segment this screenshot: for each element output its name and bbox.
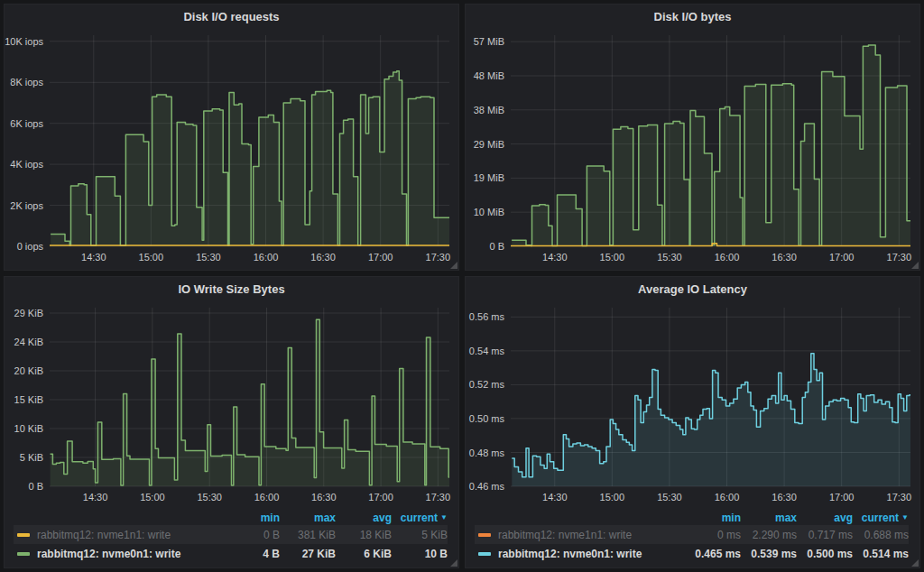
y-axis-label: 19 MiB bbox=[474, 172, 504, 183]
series-color-swatch[interactable] bbox=[17, 552, 30, 556]
x-axis-label: 17:00 bbox=[829, 492, 855, 503]
series-label[interactable]: rabbitmq12: nvme1n1: write bbox=[37, 529, 224, 541]
x-axis-label: 14:30 bbox=[81, 252, 106, 263]
legend-value-max: 0.539 ms bbox=[741, 548, 797, 560]
y-axis-label: 4K iops bbox=[10, 159, 43, 170]
x-axis-label: 17:00 bbox=[368, 492, 393, 503]
legend-sort-avg[interactable]: avg bbox=[797, 512, 853, 524]
panel-disk-io-requests: Disk I/O requests 14:3015:0015:3016:0016… bbox=[4, 4, 459, 271]
x-axis-label: 16:00 bbox=[715, 252, 740, 263]
x-axis-label: 15:30 bbox=[657, 492, 682, 503]
legend-value-current: 10 B bbox=[392, 548, 448, 560]
legend-row-rabbitmq12-nvme1n1-write[interactable]: rabbitmq12: nvme1n1: write0 B381 KiB18 K… bbox=[14, 525, 448, 544]
x-axis-label: 17:30 bbox=[426, 252, 451, 263]
legend-header-label: avg bbox=[373, 512, 392, 524]
legend-header-label: min bbox=[261, 512, 280, 524]
panel-title-disk-io-bytes[interactable]: Disk I/O bytes bbox=[466, 5, 919, 28]
legend-header-label: current bbox=[401, 512, 438, 524]
panel-title-average-io-latency[interactable]: Average IO Latency bbox=[466, 277, 919, 300]
legend-sort-max[interactable]: max bbox=[280, 512, 336, 524]
legend-row-rabbitmq12-nvme0n1-write[interactable]: rabbitmq12: nvme0n1: write0.465 ms0.539 … bbox=[475, 544, 909, 563]
legend-value-min: 0 B bbox=[224, 529, 280, 541]
x-axis-label: 15:30 bbox=[657, 252, 682, 263]
legend-sort-min[interactable]: min bbox=[685, 512, 741, 524]
x-axis-label: 17:30 bbox=[887, 252, 912, 263]
panel-disk-io-bytes: Disk I/O bytes 14:3015:0015:3016:0016:30… bbox=[465, 4, 920, 271]
x-axis-label: 14:30 bbox=[542, 252, 568, 263]
legend-sort-current[interactable]: current▼ bbox=[392, 512, 448, 524]
chart-canvas-average-io-latency[interactable]: 14:3015:0015:3016:0016:3017:0017:300.46 … bbox=[466, 300, 919, 508]
y-axis-label: 38 MiB bbox=[474, 105, 504, 115]
legend-row-rabbitmq12-nvme0n1-write[interactable]: rabbitmq12: nvme0n1: write4 B27 KiB6 KiB… bbox=[14, 544, 448, 563]
dashboard-grid: Disk I/O requests 14:3015:0015:3016:0016… bbox=[0, 0, 924, 572]
y-axis-label: 48 MiB bbox=[474, 70, 504, 81]
series-color-swatch[interactable] bbox=[478, 533, 491, 537]
legend-value-current: 5 KiB bbox=[392, 529, 448, 541]
legend-row-rabbitmq12-nvme1n1-write[interactable]: rabbitmq12: nvme1n1: write0 ms2.290 ms0.… bbox=[475, 525, 909, 544]
legend-sort-avg[interactable]: avg bbox=[336, 512, 392, 524]
legend-sort-max[interactable]: max bbox=[741, 512, 797, 524]
legend-table: minmaxavgcurrent▼rabbitmq12: nvme1n1: wr… bbox=[466, 508, 919, 566]
legend-sort-current[interactable]: current▼ bbox=[853, 512, 909, 524]
y-axis-label: 24 KiB bbox=[14, 337, 43, 347]
x-axis-label: 16:30 bbox=[310, 252, 336, 263]
legend-value-current: 0.688 ms bbox=[853, 529, 909, 541]
sort-desc-caret-icon: ▼ bbox=[440, 513, 448, 521]
x-axis-label: 16:30 bbox=[772, 492, 797, 503]
chart-canvas-disk-io-requests[interactable]: 14:3015:0015:3016:0016:3017:0017:300 iop… bbox=[5, 28, 458, 270]
y-axis-label: 0.46 ms bbox=[469, 481, 505, 492]
y-axis-label: 0.56 ms bbox=[469, 311, 505, 322]
y-axis-label: 8K iops bbox=[10, 77, 43, 88]
x-axis-label: 16:00 bbox=[254, 492, 280, 503]
y-axis-label: 5 KiB bbox=[20, 452, 43, 463]
series-label[interactable]: rabbitmq12: nvme1n1: write bbox=[498, 529, 685, 541]
y-axis-label: 0.48 ms bbox=[469, 447, 505, 458]
panel-io-write-size-bytes: IO Write Size Bytes 14:3015:0015:3016:00… bbox=[4, 276, 459, 568]
legend-header: minmaxavgcurrent▼ bbox=[475, 510, 909, 525]
panel-title-io-write-size-bytes[interactable]: IO Write Size Bytes bbox=[5, 277, 458, 300]
legend-header-label: max bbox=[775, 512, 797, 524]
series-label[interactable]: rabbitmq12: nvme0n1: write bbox=[37, 548, 224, 560]
series-color-swatch[interactable] bbox=[478, 552, 491, 556]
series-label[interactable]: rabbitmq12: nvme0n1: write bbox=[498, 548, 685, 560]
series-color-swatch[interactable] bbox=[17, 533, 30, 537]
y-axis-label: 10 KiB bbox=[14, 423, 43, 434]
legend-header-label: max bbox=[314, 512, 336, 524]
y-axis-label: 2K iops bbox=[10, 200, 43, 211]
legend-value-min: 4 B bbox=[224, 548, 280, 560]
legend-table: minmaxavgcurrent▼rabbitmq12: nvme1n1: wr… bbox=[5, 508, 458, 566]
legend-value-avg: 0.500 ms bbox=[797, 548, 853, 560]
y-axis-label: 10 MiB bbox=[474, 207, 504, 217]
legend-value-avg: 18 KiB bbox=[336, 529, 392, 541]
y-axis-label: 0.54 ms bbox=[469, 346, 505, 356]
panel-resize-handle[interactable] bbox=[450, 559, 457, 567]
x-axis-label: 16:30 bbox=[772, 252, 797, 263]
x-axis-label: 17:30 bbox=[426, 492, 451, 503]
chart-canvas-disk-io-bytes[interactable]: 14:3015:0015:3016:0016:3017:0017:300 B10… bbox=[466, 28, 919, 270]
x-axis-label: 14:30 bbox=[83, 492, 108, 503]
y-axis-label: 0 B bbox=[28, 481, 43, 492]
legend-value-max: 2.290 ms bbox=[741, 529, 797, 541]
panel-resize-handle[interactable] bbox=[911, 559, 919, 567]
legend-value-avg: 6 KiB bbox=[336, 548, 392, 560]
x-axis-label: 15:30 bbox=[197, 492, 222, 503]
x-axis-label: 15:30 bbox=[196, 252, 221, 263]
y-axis-label: 29 MiB bbox=[474, 139, 504, 150]
legend-sort-min[interactable]: min bbox=[224, 512, 280, 524]
y-axis-label: 29 KiB bbox=[14, 308, 43, 318]
legend-header-label: avg bbox=[834, 512, 853, 524]
legend-value-min: 0.465 ms bbox=[685, 548, 741, 560]
y-axis-label: 0 iops bbox=[17, 241, 44, 252]
panel-title-disk-io-requests[interactable]: Disk I/O requests bbox=[5, 5, 458, 28]
y-axis-label: 0.52 ms bbox=[469, 379, 505, 390]
panel-resize-handle[interactable] bbox=[450, 262, 457, 269]
legend-header-label: current bbox=[862, 512, 899, 524]
x-axis-label: 15:00 bbox=[600, 252, 625, 263]
x-axis-label: 14:30 bbox=[542, 492, 568, 503]
x-axis-label: 16:00 bbox=[715, 492, 740, 503]
legend-value-max: 381 KiB bbox=[280, 529, 336, 541]
chart-canvas-io-write-size-bytes[interactable]: 14:3015:0015:3016:0016:3017:0017:300 B5 … bbox=[5, 300, 458, 508]
panel-resize-handle[interactable] bbox=[911, 262, 919, 269]
y-axis-label: 20 KiB bbox=[14, 365, 43, 376]
panel-average-io-latency: Average IO Latency 14:3015:0015:3016:001… bbox=[465, 276, 920, 568]
